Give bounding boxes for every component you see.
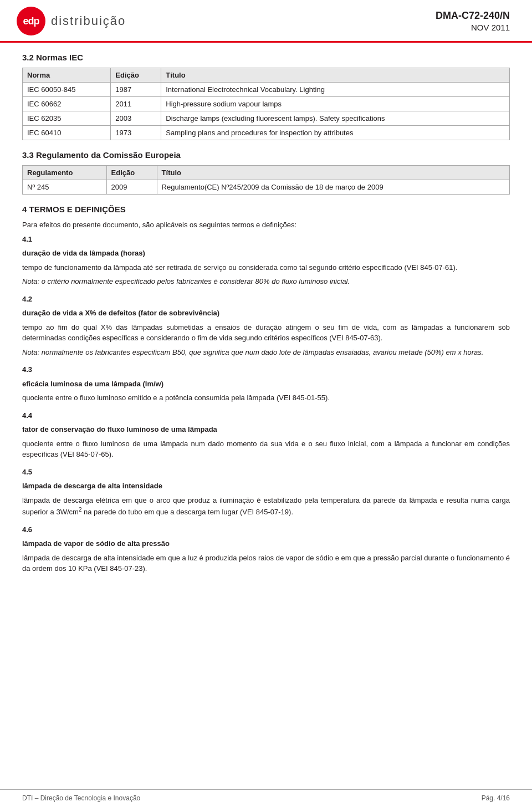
table-row: IEC 60050-845 1987 International Electro… <box>23 83 510 97</box>
definition-body: quociente entre o fluxo luminoso de uma … <box>22 438 510 460</box>
cell-norma: IEC 60050-845 <box>23 83 111 97</box>
definition-term: fator de conservação do fluxo luminoso d… <box>22 424 510 435</box>
section-3-2-title: 3.2 Normas IEC <box>22 53 510 62</box>
definition-block: 4.4fator de conservação do fluxo luminos… <box>22 410 510 460</box>
definition-term: lâmpada de vapor de sódio de alta pressã… <box>22 538 510 549</box>
footer: DTI – Direção de Tecnologia e Inovação P… <box>0 789 532 802</box>
cell-edicao: 1973 <box>111 126 161 140</box>
section-4-intro: Para efeitos do presente documento, são … <box>22 219 510 231</box>
section-4: 4 TERMOS E DEFINIÇÕES Para efeitos do pr… <box>22 205 510 574</box>
definition-number: 4.5 <box>22 467 510 478</box>
section-3-3: 3.3 Regulamento da Comissão Europeia Reg… <box>22 150 510 195</box>
definition-body: quociente entre o fluxo luminoso emitido… <box>22 392 510 404</box>
col-titulo: Título <box>161 68 510 83</box>
cell-titulo: Regulamento(CE) Nº245/2009 da Comissão d… <box>157 180 509 195</box>
cell-norma: IEC 60410 <box>23 126 111 140</box>
footer-right: Pág. 4/16 <box>482 794 510 802</box>
header: edp distribuição DMA-C72-240/N NOV 2011 <box>0 0 532 43</box>
logo-area: edp distribuição <box>17 7 126 35</box>
cell-edicao: 2011 <box>111 97 161 111</box>
cell-titulo: High-pressure sodium vapour lamps <box>161 97 510 111</box>
regulamento-table: Regulamento Edição Título Nº 245 2009 Re… <box>22 165 510 195</box>
col-titulo: Título <box>157 166 509 180</box>
definition-number: 4.6 <box>22 524 510 535</box>
page: edp distribuição DMA-C72-240/N NOV 2011 … <box>0 0 532 812</box>
table-row: Nº 245 2009 Regulamento(CE) Nº245/2009 d… <box>23 180 510 195</box>
section-4-title: 4 TERMOS E DEFINIÇÕES <box>22 205 510 214</box>
table-row: IEC 62035 2003 Discharge lamps (excludin… <box>23 111 510 126</box>
definition-note: Nota: o critério normalmente especificad… <box>22 276 510 287</box>
cell-edicao: 1987 <box>111 83 161 97</box>
document-id: DMA-C72-240/N <box>436 10 510 22</box>
document-date: NOV 2011 <box>436 23 510 32</box>
col-regulamento: Regulamento <box>23 166 107 180</box>
definition-block: 4.6lâmpada de vapor de sódio de alta pre… <box>22 524 510 574</box>
col-edicao: Edição <box>106 166 157 180</box>
table-row: IEC 60662 2011 High-pressure sodium vapo… <box>23 97 510 111</box>
definition-body: tempo de funcionamento da lâmpada até se… <box>22 262 510 273</box>
definition-term: lâmpada de descarga de alta intensidade <box>22 481 510 492</box>
definition-block: 4.1duração de vida da lâmpada (horas)tem… <box>22 234 510 287</box>
cell-regulamento: Nº 245 <box>23 180 107 195</box>
definition-block: 4.5lâmpada de descarga de alta intensida… <box>22 467 510 518</box>
definition-block: 4.3eficácia luminosa de uma lâmpada (lm/… <box>22 364 510 404</box>
doc-info: DMA-C72-240/N NOV 2011 <box>436 10 510 32</box>
cell-edicao: 2003 <box>111 111 161 126</box>
footer-left: DTI – Direção de Tecnologia e Inovação <box>22 794 140 802</box>
definition-body: tempo ao fim do qual X% das lâmpadas sub… <box>22 322 510 344</box>
definition-note: Nota: normalmente os fabricantes especif… <box>22 347 510 358</box>
main-content: 3.2 Normas IEC Norma Edição Título IEC 6… <box>0 53 532 603</box>
definitions-container: 4.1duração de vida da lâmpada (horas)tem… <box>22 234 510 574</box>
definition-number: 4.1 <box>22 234 510 245</box>
table-header-row: Regulamento Edição Título <box>23 166 510 180</box>
col-edicao: Edição <box>111 68 161 83</box>
table-header-row: Norma Edição Título <box>23 68 510 83</box>
col-norma: Norma <box>23 68 111 83</box>
cell-titulo: Sampling plans and procedures for inspec… <box>161 126 510 140</box>
cell-titulo: Discharge lamps (excluding fluorescent l… <box>161 111 510 126</box>
definition-block: 4.2duração de vida a X% de defeitos (fat… <box>22 294 510 358</box>
cell-norma: IEC 60662 <box>23 97 111 111</box>
cell-titulo: International Electrotechnical Vocabular… <box>161 83 510 97</box>
definition-body: lâmpada de descarga de alta intensidade … <box>22 553 510 574</box>
section-3-3-title: 3.3 Regulamento da Comissão Europeia <box>22 150 510 160</box>
cell-norma: IEC 62035 <box>23 111 111 126</box>
definition-body: lâmpada de descarga elétrica em que o ar… <box>22 495 510 518</box>
iec-normas-table: Norma Edição Título IEC 60050-845 1987 I… <box>22 68 510 140</box>
definition-number: 4.3 <box>22 364 510 375</box>
definition-number: 4.2 <box>22 294 510 305</box>
cell-edicao: 2009 <box>106 180 157 195</box>
section-3-2: 3.2 Normas IEC Norma Edição Título IEC 6… <box>22 53 510 140</box>
definition-term: duração de vida a X% de defeitos (fator … <box>22 308 510 319</box>
definition-term: eficácia luminosa de uma lâmpada (lm/w) <box>22 379 510 390</box>
company-name: distribuição <box>51 14 126 28</box>
edp-logo-icon: edp <box>17 7 45 35</box>
table-row: IEC 60410 1973 Sampling plans and proced… <box>23 126 510 140</box>
definition-term: duração de vida da lâmpada (horas) <box>22 248 510 259</box>
definition-number: 4.4 <box>22 410 510 421</box>
